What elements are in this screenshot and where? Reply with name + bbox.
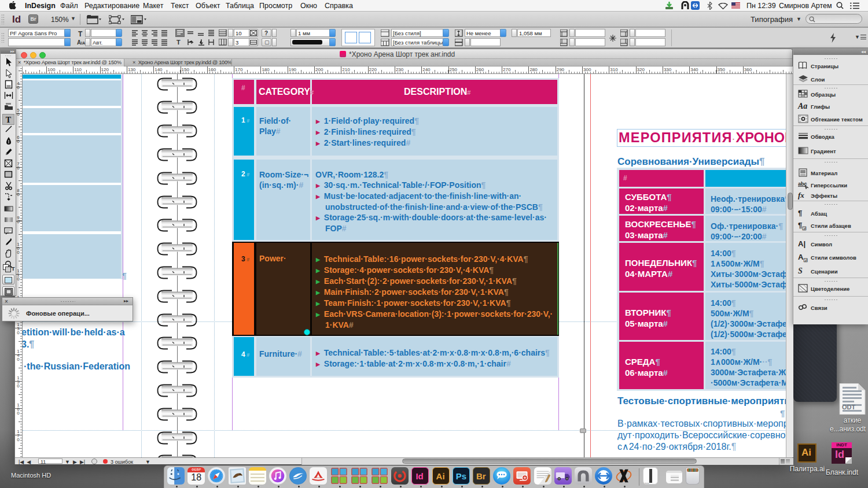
svg-text:ODT: ODT	[842, 404, 856, 411]
